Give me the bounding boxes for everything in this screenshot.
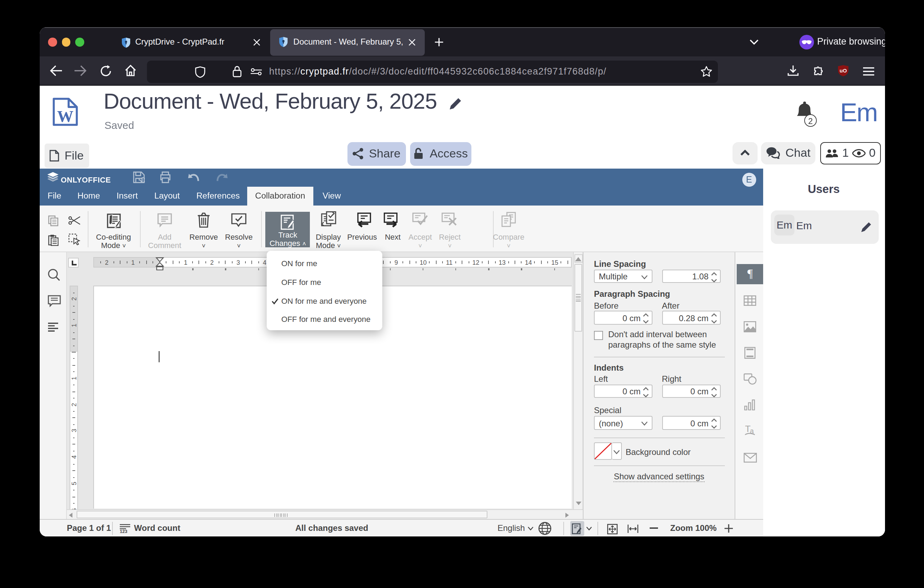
svg-text:W: W	[57, 107, 73, 125]
svg-text:123: 123	[120, 529, 128, 533]
